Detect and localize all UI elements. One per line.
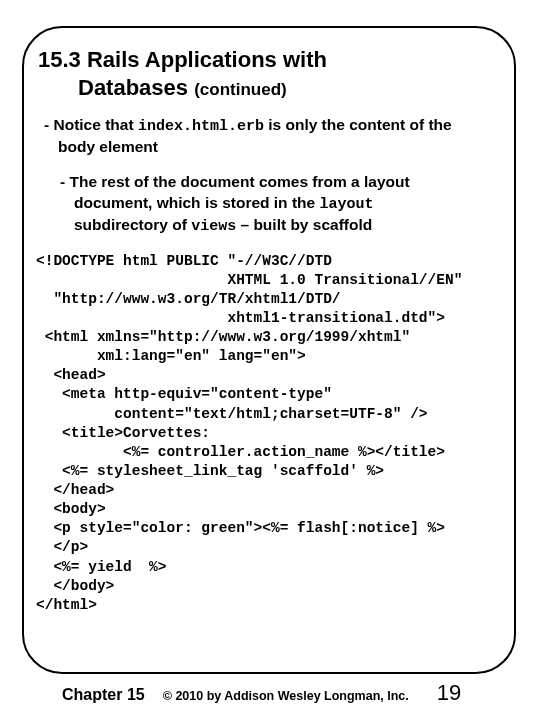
bullet-1: - Notice that index.html.erb is only the… xyxy=(44,115,500,158)
b2-code: layout xyxy=(319,196,373,213)
b2-line1: - The rest of the document comes from a … xyxy=(60,173,410,190)
b2-line2a: document, which is stored in the xyxy=(74,194,319,211)
title-number: 15.3 xyxy=(38,47,81,72)
b2-code2: views xyxy=(191,218,236,235)
title-suffix: (continued) xyxy=(194,80,287,99)
chapter-label: Chapter 15 xyxy=(62,686,145,704)
page-number: 19 xyxy=(437,680,461,706)
title-line2: Databases xyxy=(78,75,188,100)
b2-line3a: subdirectory of xyxy=(74,216,191,233)
copyright: © 2010 by Addison Wesley Longman, Inc. xyxy=(163,689,409,703)
b1-line2: body element xyxy=(44,137,500,158)
b1-code: index.html.erb xyxy=(138,118,264,135)
b1-rest: is only the content of the xyxy=(264,116,452,133)
code-listing: <!DOCTYPE html PUBLIC "-//W3C//DTD XHTML… xyxy=(36,252,500,615)
bullet-2: - The rest of the document comes from a … xyxy=(60,172,500,237)
slide-footer: Chapter 15 © 2010 by Addison Wesley Long… xyxy=(0,680,540,706)
b1-lead: - Notice that xyxy=(44,116,138,133)
slide-frame: 15.3 Rails Applications with Databases (… xyxy=(22,26,516,674)
title-line1: Rails Applications with xyxy=(87,47,327,72)
slide-title: 15.3 Rails Applications with Databases (… xyxy=(38,46,500,101)
b2-line3b: – built by scaffold xyxy=(236,216,372,233)
